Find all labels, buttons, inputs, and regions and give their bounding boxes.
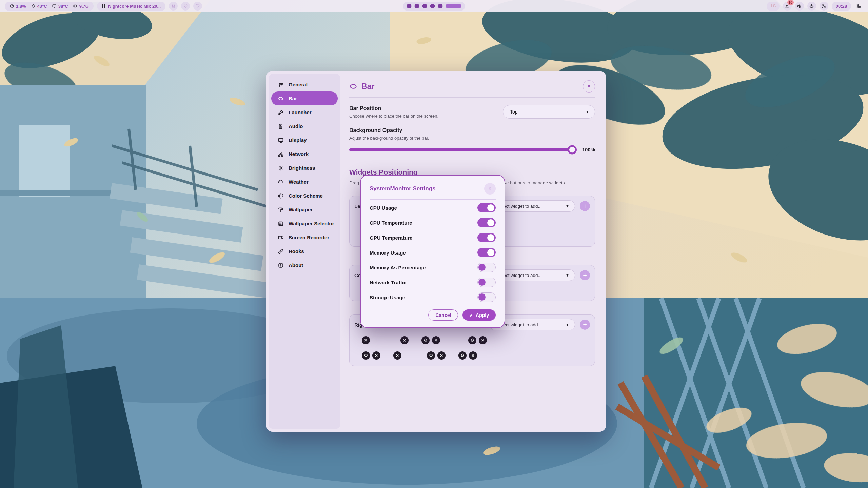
palette-icon — [278, 193, 284, 199]
widget-chip[interactable]: × — [354, 334, 372, 346]
chevron-down-icon: ▼ — [586, 110, 589, 114]
workspace-dot[interactable] — [422, 4, 427, 8]
sidebar-label: Weather — [289, 179, 309, 185]
overview-button[interactable] — [854, 2, 863, 11]
video-camera-icon — [278, 235, 284, 241]
sidebar-item-general[interactable]: General — [271, 78, 338, 92]
workspace-dot[interactable] — [415, 4, 419, 8]
gpu-temperature-toggle[interactable] — [477, 233, 496, 242]
widget-chip[interactable]: ⚙ × — [451, 350, 479, 361]
widget-settings-button[interactable]: ⚙ — [362, 351, 370, 360]
widget-settings-button[interactable]: ⚙ — [421, 336, 430, 344]
top-bar-right: UC 10 00:28 — [767, 2, 863, 11]
remove-widget-button[interactable]: × — [479, 336, 487, 344]
sidebar-item-color-scheme[interactable]: Color Scheme — [271, 189, 338, 203]
clock-pill[interactable]: 00:28 — [832, 2, 851, 11]
widget-settings-button[interactable]: ⚙ — [468, 336, 476, 344]
widget-chip[interactable]: ⚙ × — [414, 334, 442, 346]
media-player-pill[interactable]: Nightcore Music Mix 20... — [97, 2, 165, 11]
workspace-dot[interactable] — [430, 4, 435, 8]
widget-chip[interactable]: × — [386, 350, 403, 361]
sun-icon — [278, 165, 284, 171]
night-light-button[interactable] — [820, 2, 828, 11]
sidebar-item-audio[interactable]: Audio — [271, 119, 338, 133]
right-add-widget-button[interactable]: + — [580, 320, 590, 330]
storage-usage-toggle[interactable] — [477, 292, 496, 302]
dialog-close-button[interactable]: × — [484, 183, 496, 195]
sidebar-item-weather[interactable]: Weather — [271, 175, 338, 189]
image-icon — [278, 221, 284, 227]
apply-button[interactable]: ✓ Apply — [462, 309, 496, 321]
paint-roller-icon — [278, 207, 284, 213]
desktop: 1.8% 43°C 38°C 9.7G Nightcore Music Mix … — [0, 0, 868, 488]
tray-app-button[interactable]: UC — [767, 2, 779, 11]
window-close-button[interactable]: × — [583, 80, 595, 93]
widget-chip[interactable]: × — [375, 334, 411, 346]
sidebar-item-hooks[interactable]: Hooks — [271, 244, 338, 258]
widget-settings-button[interactable]: ⚙ — [458, 351, 467, 360]
memory-as-percentage-toggle[interactable] — [477, 263, 496, 272]
sidebar-item-bar[interactable]: Bar — [271, 92, 338, 105]
sidebar-item-about[interactable]: About — [271, 258, 338, 272]
toggle-knob — [487, 249, 494, 256]
close-icon: × — [481, 337, 485, 343]
dialog-actions: Cancel ✓ Apply — [370, 309, 496, 321]
remove-widget-button[interactable]: × — [362, 336, 370, 344]
toggle-label: Network Traffic — [370, 280, 406, 285]
sidebar-item-network[interactable]: Network — [271, 147, 338, 161]
sidebar-item-screen-recorder[interactable]: Screen Recorder — [271, 230, 338, 244]
right-section-chip-row: × × ⚙ × ⚙ × — [354, 334, 590, 346]
remove-widget-button[interactable]: × — [372, 351, 380, 360]
chevron-down-icon: ▼ — [566, 323, 569, 327]
like-button[interactable]: ♡ — [193, 2, 202, 11]
gpu-temp-stat: 38°C — [52, 4, 68, 9]
brightness-button[interactable] — [807, 2, 816, 11]
remove-widget-button[interactable]: × — [432, 336, 440, 344]
remove-widget-button[interactable]: × — [437, 351, 446, 360]
slider-knob[interactable] — [568, 145, 577, 154]
sidebar-label: Screen Recorder — [289, 235, 329, 240]
favorite-button[interactable]: ♡ — [181, 2, 190, 11]
notifications-button[interactable]: 10 — [783, 2, 792, 11]
close-icon: × — [440, 352, 443, 358]
sidebar-label: About — [289, 262, 303, 268]
remove-widget-button[interactable]: × — [400, 336, 409, 344]
sidebar-item-display[interactable]: Display — [271, 133, 338, 147]
heart-icon: ♡ — [183, 3, 188, 9]
toggle-label: Memory Usage — [370, 250, 406, 256]
widget-chip[interactable]: ⚙ × — [354, 350, 382, 361]
widget-chip[interactable]: ⚙ × — [446, 334, 489, 346]
bar-position-select[interactable]: Top ▼ — [503, 105, 595, 119]
toggle-label: CPU Temperature — [370, 220, 412, 226]
dialog-header: SystemMonitor Settings × — [370, 183, 496, 195]
memory-stat: 9.7G — [73, 4, 89, 9]
widget-chip[interactable]: ⚙ × — [407, 350, 448, 361]
workspace-dot[interactable] — [407, 4, 412, 8]
cpu-temperature-toggle[interactable] — [477, 218, 496, 227]
cpu-usage-toggle[interactable] — [477, 203, 496, 212]
memory-usage-toggle[interactable] — [477, 248, 496, 257]
widget-settings-button[interactable]: ⚙ — [427, 351, 435, 360]
left-add-widget-button[interactable]: + — [580, 201, 590, 211]
page-title: Bar — [349, 82, 374, 91]
cloud-icon — [278, 179, 284, 185]
sidebar-item-launcher[interactable]: Launcher — [271, 105, 338, 119]
network-traffic-toggle[interactable] — [477, 278, 496, 287]
plus-icon: + — [583, 271, 587, 279]
remove-widget-button[interactable]: × — [469, 351, 477, 360]
cancel-button[interactable]: Cancel — [428, 309, 458, 321]
workspace-active-pill[interactable] — [446, 4, 461, 8]
toggle-row-memory-usage: Memory Usage — [370, 245, 496, 260]
background-opacity-slider[interactable] — [349, 148, 576, 151]
media-art-button[interactable]: ☠ — [169, 2, 178, 11]
cpu-usage-value: 1.8% — [16, 4, 26, 9]
sidebar-item-wallpaper-selector[interactable]: Wallpaper Selector — [271, 217, 338, 230]
center-add-widget-button[interactable]: + — [580, 270, 590, 280]
workspace-dot[interactable] — [438, 4, 443, 8]
remove-widget-button[interactable]: × — [393, 351, 401, 360]
volume-button[interactable] — [795, 2, 804, 11]
sidebar-item-wallpaper[interactable]: Wallpaper — [271, 203, 338, 217]
bar-position-value: Top — [510, 109, 518, 115]
top-bar-left: 1.8% 43°C 38°C 9.7G Nightcore Music Mix … — [5, 2, 202, 11]
sidebar-item-brightness[interactable]: Brightness — [271, 161, 338, 175]
